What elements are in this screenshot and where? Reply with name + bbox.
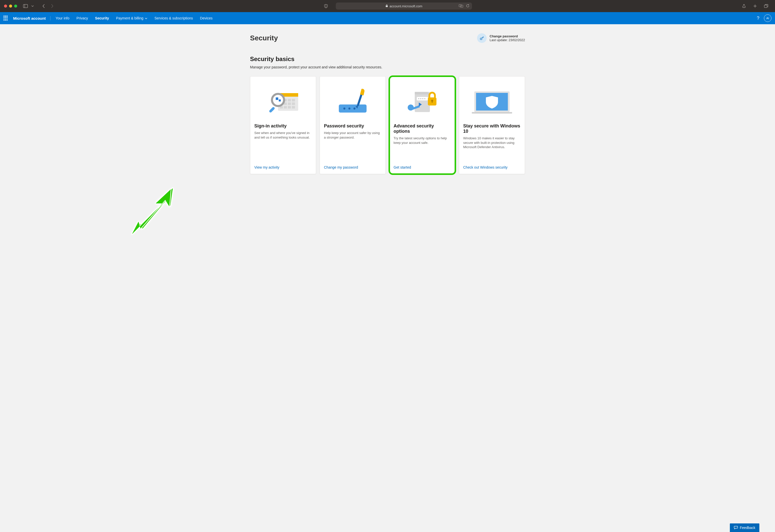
chevron-down-icon — [145, 17, 147, 20]
security-cards: Sign-in activity See when and where you'… — [250, 76, 525, 174]
svg-point-29 — [348, 107, 350, 109]
svg-rect-13 — [288, 99, 291, 101]
feedback-icon — [734, 526, 738, 530]
svg-rect-21 — [288, 106, 291, 108]
svg-marker-50 — [132, 188, 173, 234]
browser-toolbar: account.microsoft.com — [0, 0, 775, 12]
page-title: Security — [250, 34, 278, 42]
close-window-button[interactable] — [4, 5, 7, 8]
card-desc: Try the latest security options to help … — [394, 136, 451, 145]
svg-rect-33 — [415, 92, 430, 112]
change-password-subtitle: Last update: 23/02/2022 — [490, 38, 525, 42]
change-password-shortcut[interactable]: Change password Last update: 23/02/2022 — [477, 33, 525, 43]
window-controls — [4, 5, 17, 8]
signin-activity-illustration — [254, 80, 312, 123]
card-advanced-security: Advanced security options Try the latest… — [389, 76, 456, 174]
nav-security[interactable]: Security — [92, 12, 112, 24]
svg-rect-22 — [292, 106, 295, 108]
section-title: Security basics — [250, 55, 525, 63]
translate-icon[interactable] — [459, 4, 464, 8]
card-desc: Help keep your account safer by using a … — [324, 131, 381, 139]
ms-account-header: Microsoft account Your info Privacy Secu… — [0, 12, 775, 24]
change-password-title: Change password — [490, 34, 525, 38]
card-windows-security: Stay secure with Windows 10 Windows 10 m… — [459, 76, 525, 174]
svg-point-28 — [343, 107, 345, 109]
tabs-overview-icon[interactable] — [763, 3, 769, 9]
svg-rect-4 — [461, 5, 463, 7]
svg-rect-24 — [276, 97, 278, 100]
forward-button[interactable] — [49, 3, 55, 9]
card-cta-get-started[interactable]: Get started — [394, 165, 451, 169]
feedback-button[interactable]: Feedback — [730, 523, 759, 532]
svg-point-37 — [420, 98, 421, 99]
svg-rect-48 — [472, 112, 512, 113]
svg-point-30 — [353, 107, 355, 109]
svg-rect-27 — [339, 104, 366, 112]
card-cta-windows-security[interactable]: Check out Windows security — [463, 165, 521, 169]
lock-icon — [385, 4, 388, 8]
card-desc: See when and where you've signed in and … — [254, 131, 312, 139]
svg-rect-26 — [269, 106, 275, 113]
svg-rect-14 — [292, 99, 295, 101]
svg-point-39 — [424, 98, 425, 99]
svg-marker-51 — [132, 189, 171, 234]
sidebar-toggle-icon[interactable] — [22, 3, 29, 9]
svg-rect-3 — [459, 5, 462, 7]
help-icon[interactable]: ? — [757, 16, 759, 21]
svg-rect-42 — [432, 101, 433, 103]
card-password-security: Password security Help keep your account… — [319, 76, 386, 174]
privacy-shield-icon[interactable] — [323, 3, 329, 9]
share-icon[interactable] — [741, 3, 747, 9]
key-icon — [477, 33, 487, 43]
advanced-security-illustration — [394, 80, 451, 123]
svg-rect-0 — [23, 5, 28, 8]
section-subtitle: Manage your password, protect your accou… — [250, 65, 525, 69]
password-security-illustration — [324, 80, 381, 123]
new-tab-icon[interactable] — [752, 3, 758, 9]
card-signin-activity: Sign-in activity See when and where you'… — [250, 76, 316, 174]
card-title: Stay secure with Windows 10 — [463, 123, 521, 134]
brand-title[interactable]: Microsoft account — [13, 16, 50, 20]
nav-devices[interactable]: Devices — [196, 12, 216, 24]
svg-point-38 — [422, 98, 423, 99]
address-bar[interactable]: account.microsoft.com — [336, 3, 472, 10]
card-cta-view-activity[interactable]: View my activity — [254, 165, 312, 169]
svg-marker-52 — [132, 189, 171, 234]
account-avatar[interactable]: AI — [764, 14, 771, 22]
primary-nav: Your info Privacy Security Payment & bil… — [52, 12, 216, 24]
svg-rect-7 — [764, 5, 767, 8]
svg-point-36 — [418, 98, 419, 99]
page-body: Security Change password Last update: 23… — [0, 24, 775, 532]
nav-services-subscriptions[interactable]: Services & subscriptions — [151, 12, 196, 24]
card-title: Password security — [324, 123, 381, 129]
chevron-down-icon[interactable] — [29, 3, 36, 9]
svg-marker-49 — [132, 188, 173, 234]
svg-rect-17 — [288, 102, 291, 105]
app-launcher-icon[interactable] — [4, 16, 9, 21]
nav-your-info[interactable]: Your info — [52, 12, 73, 24]
address-bar-text: account.microsoft.com — [390, 4, 422, 8]
card-title: Sign-in activity — [254, 123, 312, 129]
svg-marker-34 — [415, 92, 430, 94]
card-desc: Windows 10 makes it easier to stay secur… — [463, 136, 521, 149]
minimize-window-button[interactable] — [9, 5, 12, 8]
svg-point-8 — [480, 38, 482, 40]
svg-rect-18 — [292, 102, 295, 105]
svg-rect-25 — [279, 99, 281, 101]
reload-icon[interactable] — [466, 4, 470, 8]
svg-rect-2 — [386, 6, 388, 7]
nav-payment-billing[interactable]: Payment & billing — [112, 12, 151, 24]
card-cta-change-password[interactable]: Change my password — [324, 165, 381, 169]
feedback-label: Feedback — [740, 526, 755, 530]
nav-privacy[interactable]: Privacy — [73, 12, 92, 24]
back-button[interactable] — [40, 3, 47, 9]
svg-rect-20 — [284, 106, 287, 108]
annotation-arrow — [127, 188, 178, 239]
windows-security-illustration — [463, 80, 521, 123]
card-title: Advanced security options — [394, 123, 451, 134]
fullscreen-window-button[interactable] — [14, 5, 17, 8]
